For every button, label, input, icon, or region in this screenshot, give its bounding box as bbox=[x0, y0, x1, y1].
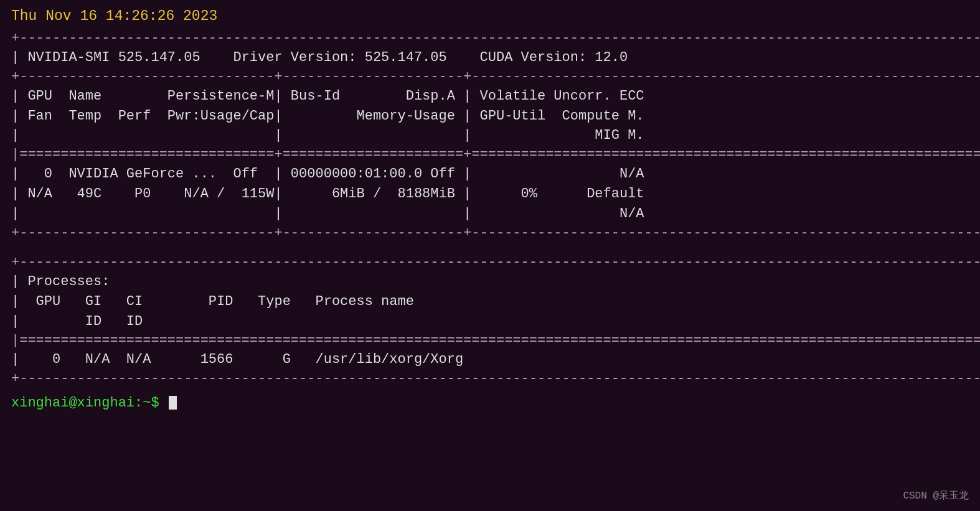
proc-header1: | Processes: | bbox=[11, 272, 969, 292]
header-sep: +-------------------------------+-------… bbox=[11, 68, 969, 87]
proc-header3: | ID ID Usage | bbox=[11, 312, 969, 332]
terminal-output: Thu Nov 16 14:26:26 2023 +--------------… bbox=[0, 0, 980, 420]
prompt-path: :~$ bbox=[134, 395, 167, 411]
equals-row: |===============================+=======… bbox=[11, 146, 969, 164]
gpu-row1: | 0 NVIDIA GeForce ... Off | 00000000:01… bbox=[11, 164, 969, 184]
col-row1: | GPU Name Persistence-M| Bus-Id Disp.A … bbox=[11, 87, 969, 106]
col-row3: | | | MIG M. | bbox=[11, 126, 969, 146]
top-border: +---------------------------------------… bbox=[11, 29, 969, 48]
bottom-border: +-------------------------------+-------… bbox=[11, 224, 969, 243]
proc-header2: | GPU GI CI PID Type Process name GPU Me… bbox=[11, 292, 969, 312]
col-row2: | Fan Temp Perf Pwr:Usage/Cap| Memory-Us… bbox=[11, 106, 969, 126]
proc-border-top: +---------------------------------------… bbox=[11, 253, 969, 272]
watermark: CSDN @呆玉龙 bbox=[903, 489, 969, 502]
proc-equals: |=======================================… bbox=[11, 332, 969, 350]
cursor bbox=[169, 396, 177, 410]
prompt-user: xinghai@xinghai bbox=[11, 395, 134, 411]
gpu-row2: | N/A 49C P0 N/A / 115W| 6MiB / 8188MiB … bbox=[11, 184, 969, 204]
proc-border-bot: +---------------------------------------… bbox=[11, 370, 969, 388]
prompt-line: xinghai@xinghai:~$ bbox=[11, 393, 969, 413]
timestamp-line: Thu Nov 16 14:26:26 2023 bbox=[11, 6, 969, 27]
proc-row1: | 0 N/A N/A 1566 G /usr/lib/xorg/Xorg 4M… bbox=[11, 350, 969, 370]
header-line1: | NVIDIA-SMI 525.147.05 Driver Version: … bbox=[11, 48, 969, 68]
section-gap bbox=[11, 242, 969, 253]
gpu-row3: | | | N/A | bbox=[11, 204, 969, 224]
